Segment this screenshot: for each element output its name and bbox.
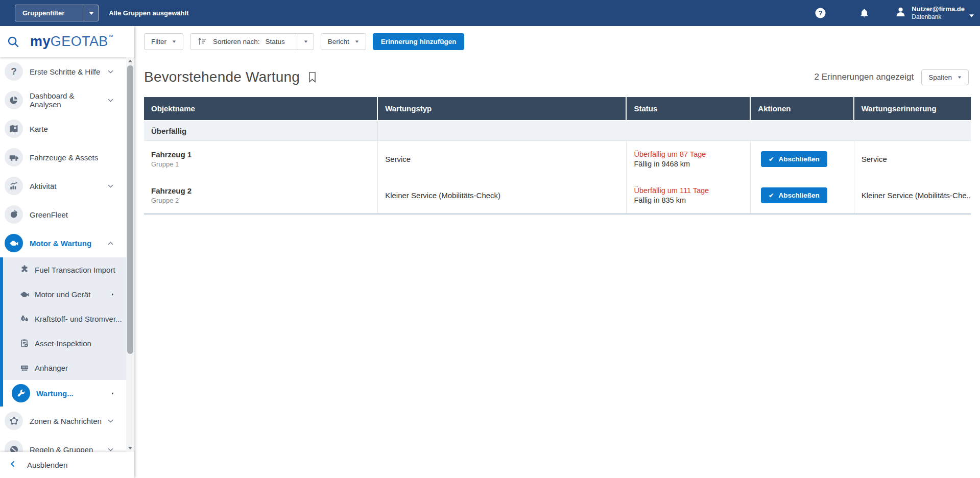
column-header-aktionen[interactable]: Aktionen [751,97,854,120]
sidebar-subitem-wartung[interactable]: Wartung... [0,380,126,407]
svg-text:?: ? [819,9,823,17]
sidebar-scrollbar[interactable] [126,57,134,452]
sidebar-item-regeln-gruppen[interactable]: Regeln & Gruppen [0,435,126,452]
group-filter-label: Gruppenfilter [15,5,84,21]
status-due: Fällig in 9468 km [634,160,750,168]
table-row-2-reminder-cell: Kleiner Service (Mobilitäts-Che... [854,177,971,213]
search-icon[interactable] [7,35,20,49]
group-label: Überfällig [144,121,378,140]
sidebar-item-karte[interactable]: Karte [0,114,126,143]
maintenance-table: Objektname Wartungstyp Status Aktionen W… [144,97,971,214]
complete-button[interactable]: ✔ Abschließen [761,187,827,203]
chevron-down-icon [107,446,114,452]
fuel-drops-icon [18,314,31,324]
status-overdue: Überfällig um 111 Tage [634,186,750,195]
toolbar: Filter ▼ Sortieren nach: Status ▼ Berich… [134,26,980,57]
title-row: Bevorstehende Wartung 2 Erinnerungen ang… [134,57,980,97]
table-row-1-actions-cell: ✔ Abschließen [751,141,854,177]
column-header-objektname[interactable]: Objektname [144,97,378,120]
group-filter-button[interactable]: Gruppenfilter [15,5,99,21]
check-icon: ✔ [769,156,774,163]
reminder-count: 2 Erinnerungen angezeigt [815,72,914,82]
chevron-up-icon [107,240,114,247]
column-header-status[interactable]: Status [627,97,751,120]
report-button[interactable]: Bericht ▼ [321,33,366,50]
sidebar-item-greenfleet[interactable]: GreenFleet [0,200,126,229]
sort-value: Status [265,38,284,45]
sidebar-subitem-fuel-transaction-import[interactable]: Fuel Transaction Import [0,257,126,282]
table-row-2-name-cell: Fahrzeug 2 Gruppe 2 [144,177,378,213]
engine-icon [18,289,31,299]
leaf-icon [5,205,23,224]
sort-caret-button[interactable]: ▼ [298,34,314,50]
sidebar-nav: ? Erste Schritte & Hilfe Dashboard & Ana… [0,57,126,452]
chevron-left-icon [9,460,17,470]
main-content: Filter ▼ Sortieren nach: Status ▼ Berich… [134,26,980,478]
table-row-1-reminder-cell: Service [854,141,971,177]
puzzle-icon [18,265,31,275]
column-header-wartungserinnerung[interactable]: Wartungserinnerung [854,97,971,120]
scrollbar-thumb[interactable] [127,65,133,354]
table-body: Fahrzeug 1 Gruppe 1 Service Überfällig u… [144,141,971,214]
table-header-row: Objektname Wartungstyp Status Aktionen W… [144,97,971,121]
sidebar-item-fahrzeuge[interactable]: Fahrzeuge & Assets [0,143,126,172]
table-row-1-name-cell: Fahrzeug 1 Gruppe 1 [144,141,378,177]
trailer-icon [18,363,31,373]
groups-selected-text: Alle Gruppen ausgewählt [109,9,188,17]
chevron-down-icon[interactable] [84,5,98,21]
chevron-down-icon [107,183,114,189]
sidebar-item-motor-wartung[interactable]: Motor & Wartung [0,229,126,257]
bookmark-icon[interactable] [307,71,317,83]
scroll-down-arrow[interactable] [126,444,134,452]
sidebar-item-erste-schritte[interactable]: ? Erste Schritte & Hilfe [0,57,126,86]
zones-icon [5,412,23,430]
column-header-wartungstyp[interactable]: Wartungstyp [378,97,627,120]
user-database: Datenbank [912,13,965,21]
add-reminder-button[interactable]: Erinnerung hinzufügen [373,33,465,50]
vehicle-name: Fahrzeug 1 [151,150,377,159]
check-icon: ✔ [769,192,774,199]
table-row-1-status-cell: Überfällig um 87 Tage Fällig in 9468 km [627,141,751,177]
clipboard-check-icon [18,338,31,348]
sidebar-subitem-motor-und-geraet[interactable]: Motor und Gerät [0,282,126,306]
caret-down-icon: ▼ [172,39,177,44]
help-icon[interactable]: ? [815,7,826,19]
sidebar-header: myGEOTAB™ [0,26,134,57]
filter-button[interactable]: Filter ▼ [144,33,183,50]
truck-icon [5,148,23,166]
page-title: Bevorstehende Wartung [144,69,300,85]
sidebar-subitem-kraftstoff-strom[interactable]: Kraftstoff- und Stromver... [0,306,126,331]
user-avatar-icon [894,6,907,20]
sidebar-hide-button[interactable]: Ausblenden [0,452,134,478]
chevron-down-icon [107,68,114,75]
motor-wartung-submenu: Fuel Transaction Import Motor und Gerät … [0,257,126,407]
table-group-row: Überfällig [144,121,971,141]
sort-button[interactable]: Sortieren nach: Status ▼ [190,33,314,50]
vehicle-group: Gruppe 1 [151,160,377,168]
scroll-up-arrow[interactable] [126,57,134,65]
sidebar-item-dashboard[interactable]: Dashboard & Analysen [0,86,126,114]
status-due: Fällig in 835 km [634,196,750,204]
vehicle-name: Fahrzeug 2 [151,186,377,195]
wrench-icon [12,384,30,402]
caret-down-icon: ▼ [354,39,360,44]
arrow-right-icon [110,292,115,297]
notifications-bell-icon[interactable] [859,8,870,19]
complete-button[interactable]: ✔ Abschließen [761,151,827,167]
sidebar-item-aktivitaet[interactable]: Aktivität [0,172,126,200]
vehicle-group: Gruppe 2 [151,197,377,204]
question-icon: ? [5,62,23,81]
caret-down-icon: ▼ [303,39,308,44]
caret-down-icon: ▼ [957,75,962,80]
sidebar-item-zonen-nachrichten[interactable]: Zonen & Nachrichten [0,407,126,435]
sort-icon [198,37,207,47]
topbar: Gruppenfilter Alle Gruppen ausgewählt ? … [0,0,980,26]
user-menu[interactable]: Nutzer@firma.de Datenbank [894,5,974,21]
chevron-down-icon [969,10,974,19]
columns-button[interactable]: Spalten ▼ [921,69,969,85]
chevron-down-icon [107,97,114,104]
user-email: Nutzer@firma.de [912,5,965,13]
sidebar-subitem-asset-inspektion[interactable]: Asset-Inspektion [0,331,126,355]
sort-prefix: Sortieren nach: [213,38,260,45]
sidebar-subitem-anhaenger[interactable]: Anhänger [0,355,126,380]
